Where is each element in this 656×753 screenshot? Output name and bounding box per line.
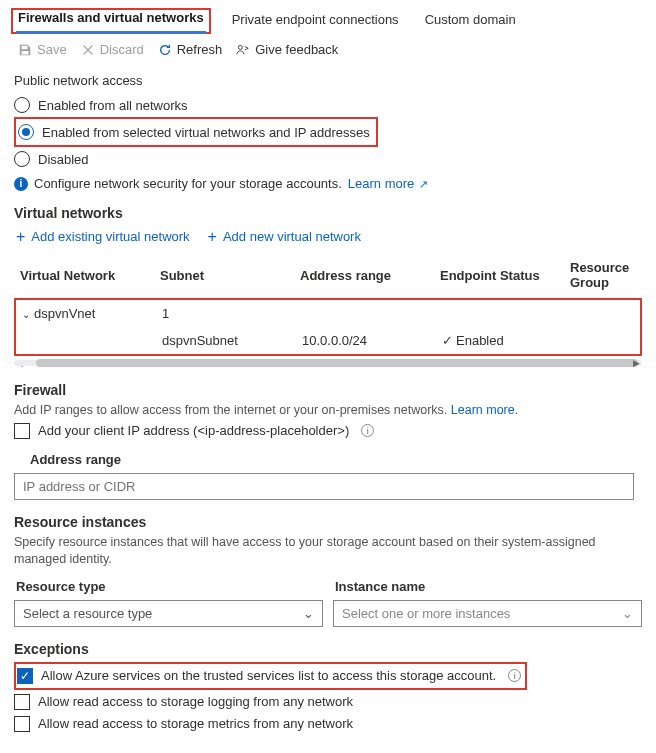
- checkbox-icon: ✓: [17, 668, 33, 684]
- firewall-learn-more-link[interactable]: Learn more.: [451, 403, 518, 417]
- vnet-table-header: Virtual Network Subnet Address range End…: [14, 254, 642, 296]
- plus-icon: +: [208, 230, 217, 244]
- feedback-icon: [236, 43, 250, 57]
- vnet-count-cell: 1: [162, 306, 302, 321]
- exceptions-heading: Exceptions: [14, 641, 642, 657]
- radio-icon: [14, 151, 30, 167]
- ri-col-type: Resource type: [14, 579, 323, 594]
- discard-button[interactable]: Discard: [81, 42, 144, 57]
- pna-option-disabled-label: Disabled: [38, 152, 89, 167]
- tabs: Firewalls and virtual networks Private e…: [14, 10, 642, 34]
- range-cell: 10.0.0.0/24: [302, 333, 442, 348]
- vnet-row-parent[interactable]: ⌄dspvnVnet 1: [16, 300, 640, 327]
- vnet-name-cell: ⌄dspvnVnet: [22, 306, 162, 321]
- vnet-table: Virtual Network Subnet Address range End…: [14, 254, 642, 356]
- pna-option-selected-label: Enabled from selected virtual networks a…: [42, 125, 370, 140]
- exception-trusted-label: Allow Azure services on the trusted serv…: [41, 668, 496, 683]
- highlight-pna-selected: Enabled from selected virtual networks a…: [14, 117, 378, 147]
- firewall-heading: Firewall: [14, 382, 642, 398]
- feedback-button[interactable]: Give feedback: [236, 42, 338, 57]
- radio-icon: [18, 124, 34, 140]
- col-resource-group: Resource Group: [570, 260, 656, 290]
- exception-logging-row[interactable]: Allow read access to storage logging fro…: [14, 691, 642, 713]
- resource-type-placeholder: Select a resource type: [23, 606, 152, 621]
- pna-info: i Configure network security for your st…: [14, 176, 642, 191]
- scroll-thumb[interactable]: [36, 359, 638, 367]
- tab-custom-domain[interactable]: Custom domain: [423, 10, 518, 33]
- info-icon[interactable]: i: [508, 669, 521, 682]
- pna-option-all-label: Enabled from all networks: [38, 98, 188, 113]
- col-virtual-network: Virtual Network: [20, 268, 160, 283]
- ri-select-row: Select a resource type ⌄ Select one or m…: [14, 600, 642, 627]
- refresh-icon: [158, 43, 172, 57]
- exception-metrics-row[interactable]: Allow read access to storage metrics fro…: [14, 713, 642, 735]
- save-icon: [18, 43, 32, 57]
- subnet-cell: dspvnSubnet: [162, 333, 302, 348]
- checkbox-icon: [14, 716, 30, 732]
- instance-name-placeholder: Select one or more instances: [342, 606, 510, 621]
- feedback-label: Give feedback: [255, 42, 338, 57]
- highlight-vnet-rows: ⌄dspvnVnet 1 dspvnSubnet 10.0.0.0/24 ✓En…: [14, 298, 642, 356]
- add-client-ip-checkbox-row[interactable]: Add your client IP address (<ip-address-…: [14, 420, 642, 442]
- tab-private-endpoint[interactable]: Private endpoint connections: [230, 10, 401, 33]
- resource-type-select[interactable]: Select a resource type ⌄: [14, 600, 323, 627]
- refresh-label: Refresh: [177, 42, 223, 57]
- add-client-ip-label: Add your client IP address (<ip-address-…: [38, 423, 349, 438]
- check-icon: ✓: [442, 333, 453, 348]
- instance-name-select[interactable]: Select one or more instances ⌄: [333, 600, 642, 627]
- col-subnet: Subnet: [160, 268, 300, 283]
- checkbox-icon: [14, 694, 30, 710]
- add-existing-vnet-button[interactable]: + Add existing virtual network: [16, 229, 190, 244]
- vnets-heading: Virtual networks: [14, 205, 642, 221]
- pna-label: Public network access: [14, 73, 642, 88]
- ri-col-name: Instance name: [333, 579, 642, 594]
- save-button[interactable]: Save: [18, 42, 67, 57]
- chevron-down-icon: ⌄: [303, 606, 314, 621]
- radio-icon: [14, 97, 30, 113]
- col-endpoint-status: Endpoint Status: [440, 268, 570, 283]
- firewall-help: Add IP ranges to allow access from the i…: [14, 402, 642, 420]
- vnet-actions: + Add existing virtual network + Add new…: [16, 229, 642, 244]
- scroll-right-icon: ▶: [633, 358, 640, 368]
- info-icon[interactable]: i: [361, 424, 374, 437]
- discard-label: Discard: [100, 42, 144, 57]
- col-address-range: Address range: [300, 268, 440, 283]
- exception-metrics-label: Allow read access to storage metrics fro…: [38, 716, 353, 731]
- external-link-icon: ↗: [416, 178, 428, 190]
- exception-logging-label: Allow read access to storage logging fro…: [38, 694, 353, 709]
- ri-help: Specify resource instances that will hav…: [14, 534, 642, 569]
- pna-option-all[interactable]: Enabled from all networks: [14, 94, 642, 116]
- pna-option-selected[interactable]: Enabled from selected virtual networks a…: [18, 121, 370, 143]
- add-new-vnet-button[interactable]: + Add new virtual network: [208, 229, 361, 244]
- info-icon: i: [14, 177, 28, 191]
- toolbar: Save Discard Refresh Give feedback: [14, 34, 642, 67]
- checkbox-icon: [14, 423, 30, 439]
- chevron-down-icon: ⌄: [22, 309, 30, 320]
- address-range-input[interactable]: [14, 473, 634, 500]
- pna-learn-more-link[interactable]: Learn more ↗: [348, 176, 429, 191]
- discard-icon: [81, 43, 95, 57]
- pna-option-disabled[interactable]: Disabled: [14, 148, 642, 170]
- vnet-row-subnet[interactable]: dspvnSubnet 10.0.0.0/24 ✓Enabled: [16, 327, 640, 354]
- add-existing-label: Add existing virtual network: [31, 229, 189, 244]
- chevron-down-icon: ⌄: [622, 606, 633, 621]
- tab-firewalls[interactable]: Firewalls and virtual networks: [16, 8, 206, 34]
- status-cell: ✓Enabled: [442, 333, 572, 348]
- add-new-label: Add new virtual network: [223, 229, 361, 244]
- highlight-tab: Firewalls and virtual networks: [11, 8, 211, 34]
- exception-trusted-row[interactable]: ✓ Allow Azure services on the trusted se…: [17, 665, 521, 687]
- highlight-exception-trusted: ✓ Allow Azure services on the trusted se…: [14, 662, 527, 690]
- ri-heading: Resource instances: [14, 514, 642, 530]
- svg-point-0: [239, 45, 243, 49]
- pna-info-text: Configure network security for your stor…: [34, 176, 342, 191]
- refresh-button[interactable]: Refresh: [158, 42, 223, 57]
- plus-icon: +: [16, 230, 25, 244]
- save-label: Save: [37, 42, 67, 57]
- address-range-label: Address range: [30, 452, 642, 467]
- ri-column-labels: Resource type Instance name: [14, 579, 642, 594]
- horizontal-scrollbar[interactable]: ◀ ▶: [14, 358, 642, 368]
